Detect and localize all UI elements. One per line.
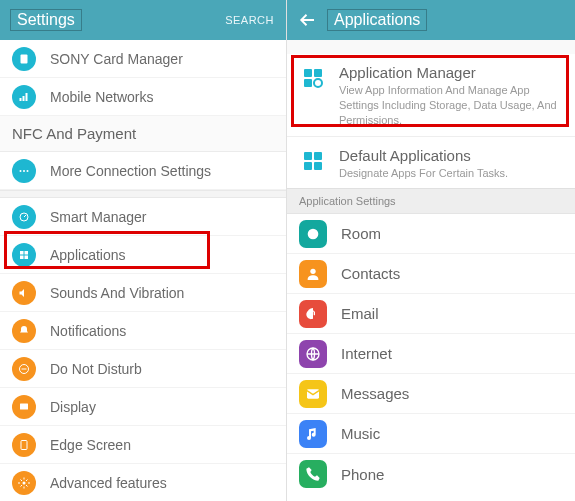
row-mobile-networks[interactable]: Mobile Networks [0, 78, 286, 116]
row-card-manager[interactable]: SONY Card Manager [0, 40, 286, 78]
phone-icon [299, 460, 327, 488]
svg-point-1 [20, 170, 22, 172]
music-icon [299, 420, 327, 448]
card-desc: Designate Apps For Certain Tasks. [339, 166, 508, 181]
row-label: Mobile Networks [50, 89, 153, 105]
app-room[interactable]: Room [287, 214, 575, 254]
row-display[interactable]: Display [0, 388, 286, 426]
svg-rect-10 [20, 403, 28, 409]
svg-point-12 [23, 482, 26, 485]
app-label: Internet [341, 345, 392, 362]
row-label: Sounds And Vibration [50, 285, 184, 301]
apps-header: Applications [287, 0, 575, 40]
gauge-icon [12, 205, 36, 229]
back-button[interactable] [297, 9, 319, 31]
app-email[interactable]: Email [287, 294, 575, 334]
gear-icon [12, 471, 36, 495]
app-label: Music [341, 425, 380, 442]
category-nfc[interactable]: NFC And Payment [0, 116, 286, 152]
divider [0, 190, 286, 198]
row-label: SONY Card Manager [50, 51, 183, 67]
signal-icon [12, 85, 36, 109]
svg-rect-6 [25, 251, 29, 255]
sound-icon [12, 281, 36, 305]
svg-rect-14 [314, 69, 322, 77]
room-icon [299, 220, 327, 248]
svg-point-3 [27, 170, 29, 172]
apps-default-icon [299, 147, 327, 175]
settings-pane: Settings SEARCH SONY Card Manager Mobile… [0, 0, 287, 501]
svg-point-22 [310, 269, 315, 274]
svg-rect-18 [314, 152, 322, 160]
app-label: Messages [341, 385, 409, 402]
app-label: Room [341, 225, 381, 242]
row-sounds[interactable]: Sounds And Vibration [0, 274, 286, 312]
row-applications[interactable]: Applications [0, 236, 286, 274]
app-messages[interactable]: Messages [287, 374, 575, 414]
apps-grid-icon [299, 64, 327, 92]
category-label: NFC And Payment [12, 125, 136, 142]
svg-point-21 [308, 229, 319, 240]
dnd-icon [12, 357, 36, 381]
card-desc: View App Information And Manage App Sett… [339, 83, 563, 128]
svg-rect-0 [21, 54, 28, 63]
svg-point-2 [23, 170, 25, 172]
sim-icon [12, 47, 36, 71]
edge-icon [12, 433, 36, 457]
app-label: Contacts [341, 265, 400, 282]
row-label: Do Not Disturb [50, 361, 142, 377]
email-icon [299, 300, 327, 328]
row-advanced[interactable]: Advanced features [0, 464, 286, 501]
card-app-manager[interactable]: Application Manager View App Information… [287, 54, 575, 136]
card-title: Default Applications [339, 147, 508, 164]
app-contacts[interactable]: Contacts [287, 254, 575, 294]
row-label: Notifications [50, 323, 126, 339]
card-title: Application Manager [339, 64, 563, 81]
svg-rect-13 [304, 69, 312, 77]
svg-point-16 [314, 79, 322, 87]
globe-icon [299, 340, 327, 368]
svg-rect-7 [20, 255, 24, 259]
card-default-apps[interactable]: Default Applications Designate Apps For … [287, 137, 575, 189]
applications-pane: Applications Application Manager View Ap… [287, 0, 575, 501]
row-label: Edge Screen [50, 437, 131, 453]
messages-icon [299, 380, 327, 408]
svg-rect-19 [304, 162, 312, 170]
app-music[interactable]: Music [287, 414, 575, 454]
row-smart-manager[interactable]: Smart Manager [0, 198, 286, 236]
dots-icon [12, 159, 36, 183]
row-edge[interactable]: Edge Screen [0, 426, 286, 464]
svg-rect-17 [304, 152, 312, 160]
app-label: Phone [341, 466, 384, 483]
row-label: Advanced features [50, 475, 167, 491]
row-label: Applications [50, 247, 126, 263]
row-more-connection[interactable]: More Connection Settings [0, 152, 286, 190]
row-label: Display [50, 399, 96, 415]
svg-rect-15 [304, 79, 312, 87]
settings-header: Settings SEARCH [0, 0, 286, 40]
row-notifications[interactable]: Notifications [0, 312, 286, 350]
apps-icon [12, 243, 36, 267]
app-internet[interactable]: Internet [287, 334, 575, 374]
row-label: More Connection Settings [50, 163, 211, 179]
app-label: Email [341, 305, 379, 322]
svg-rect-11 [21, 440, 27, 449]
svg-rect-8 [25, 255, 29, 259]
contacts-icon [299, 260, 327, 288]
apps-title: Applications [327, 9, 427, 31]
bell-icon [12, 319, 36, 343]
row-label: Smart Manager [50, 209, 146, 225]
row-dnd[interactable]: Do Not Disturb [0, 350, 286, 388]
settings-title: Settings [10, 9, 82, 31]
app-phone[interactable]: Phone [287, 454, 575, 494]
section-app-settings: Application Settings [287, 188, 575, 214]
svg-rect-20 [314, 162, 322, 170]
search-button[interactable]: SEARCH [225, 14, 274, 26]
svg-rect-5 [20, 251, 24, 255]
display-icon [12, 395, 36, 419]
